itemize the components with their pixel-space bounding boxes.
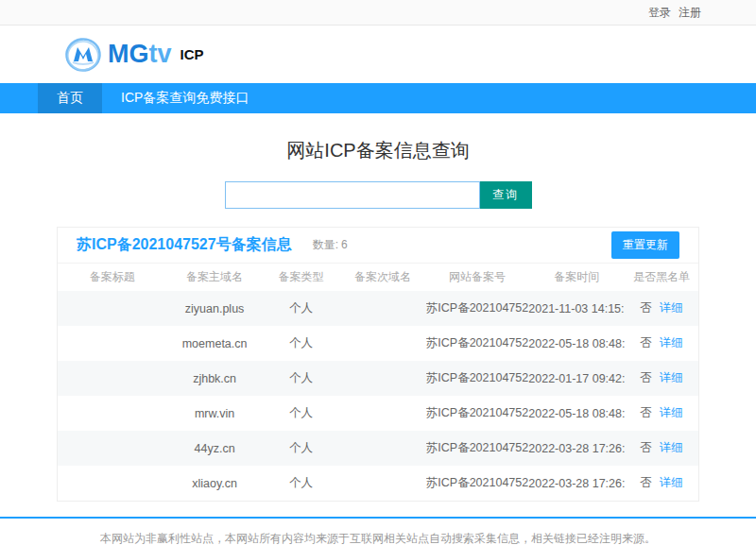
cell-domain: moemeta.cn: [166, 326, 263, 361]
cell-subdomain: [339, 396, 426, 431]
logo-wordmark: MGtv: [108, 40, 172, 69]
cell-domain: xliaoy.cn: [166, 466, 263, 501]
page-title: 网站ICP备案信息查询: [0, 138, 756, 163]
cell-subdomain: [339, 326, 426, 361]
cell-title: [58, 291, 166, 326]
cell-blacklist: 否详细: [625, 466, 698, 501]
blacklist-value: 否: [640, 441, 652, 454]
cell-blacklist: 否详细: [625, 291, 698, 326]
cell-subdomain: [339, 431, 426, 466]
cell-domain: mrw.vin: [166, 396, 263, 431]
cell-icp_no: 苏ICP备2021047527号-7: [426, 431, 528, 466]
cell-blacklist: 否详细: [625, 396, 698, 431]
cell-title: [58, 431, 166, 466]
cell-domain: 44yz.cn: [166, 431, 263, 466]
login-link[interactable]: 登录: [648, 5, 671, 21]
logo-suffix: ICP: [180, 46, 204, 62]
cell-title: [58, 361, 166, 396]
cell-blacklist: 否详细: [625, 431, 698, 466]
table-row: moemeta.cn个人苏ICP备2021047527号-102022-05-1…: [58, 326, 698, 361]
reset-refresh-button[interactable]: 重置更新: [611, 231, 679, 259]
cell-subdomain: [339, 466, 426, 501]
cell-blacklist: 否详细: [625, 361, 698, 396]
table-row: mrw.vin个人苏ICP备2021047527号-82022-05-18 08…: [58, 396, 698, 431]
table-row: xliaoy.cn个人苏ICP备2021047527号-62022-03-28 …: [58, 466, 698, 501]
cell-time: 2022-01-17 09:42:17: [528, 361, 625, 396]
col-domain: 备案主域名: [166, 264, 263, 291]
table-body: ziyuan.plus个人苏ICP备2021047527号-12021-11-0…: [58, 291, 698, 501]
col-type: 备案类型: [263, 264, 339, 291]
topbar: 登录 注册: [0, 0, 756, 26]
table-row: 44yz.cn个人苏ICP备2021047527号-72022-03-28 17…: [58, 431, 698, 466]
table-row: ziyuan.plus个人苏ICP备2021047527号-12021-11-0…: [58, 291, 698, 326]
blacklist-value: 否: [640, 371, 652, 384]
cell-subdomain: [339, 291, 426, 326]
detail-link[interactable]: 详细: [660, 371, 683, 384]
cell-icp_no: 苏ICP备2021047527号-1: [426, 291, 528, 326]
cell-time: 2022-03-28 17:26:34: [528, 431, 625, 466]
cell-time: 2022-05-18 08:48:15: [528, 396, 625, 431]
panel-title: 苏ICP备2021047527号备案信息: [77, 235, 292, 255]
col-blacklist: 是否黑名单: [625, 264, 698, 291]
cell-icp_no: 苏ICP备2021047527号-2: [426, 361, 528, 396]
blacklist-value: 否: [640, 476, 652, 489]
cell-time: 2022-03-28 17:26:33: [528, 466, 625, 501]
detail-link[interactable]: 详细: [660, 476, 683, 489]
search-input[interactable]: [225, 181, 480, 209]
icp-table: 备案标题 备案主域名 备案类型 备案次域名 网站备案号 备案时间 是否黑名单 z…: [58, 264, 698, 501]
cell-type: 个人: [263, 466, 339, 501]
page: 登录 注册 MGtv ICP 首页 ICP备案查询免费接口 网站ICP备案信息查…: [0, 0, 756, 545]
logo-header: MGtv ICP: [0, 26, 756, 83]
cell-icp_no: 苏ICP备2021047527号-6: [426, 466, 528, 501]
footer-text: 本网站为非赢利性站点，本网站所有内容均来源于互联网相关站点自动搜索采集信息，相关…: [0, 519, 756, 545]
cell-subdomain: [339, 361, 426, 396]
cell-type: 个人: [263, 361, 339, 396]
col-subdomain: 备案次域名: [339, 264, 426, 291]
col-time: 备案时间: [528, 264, 625, 291]
nav-item-home[interactable]: 首页: [38, 83, 102, 113]
count-label: 数量:: [313, 238, 338, 251]
search-bar: 查询: [0, 181, 756, 209]
count-value: 6: [341, 238, 348, 251]
blacklist-value: 否: [640, 336, 652, 349]
blacklist-value: 否: [640, 301, 652, 315]
table-head: 备案标题 备案主域名 备案类型 备案次域名 网站备案号 备案时间 是否黑名单: [58, 264, 698, 291]
result-panel: 苏ICP备2021047527号备案信息 数量:6 重置更新 备案标题 备案主域…: [57, 227, 699, 502]
cell-type: 个人: [263, 396, 339, 431]
register-link[interactable]: 注册: [679, 5, 701, 21]
col-title: 备案标题: [58, 264, 166, 291]
detail-link[interactable]: 详细: [660, 336, 683, 349]
detail-link[interactable]: 详细: [660, 301, 683, 315]
cell-time: 2021-11-03 14:15:11: [528, 291, 625, 326]
detail-link[interactable]: 详细: [660, 406, 683, 419]
cell-icp_no: 苏ICP备2021047527号-8: [426, 396, 528, 431]
cell-type: 个人: [263, 431, 339, 466]
cell-domain: ziyuan.plus: [166, 291, 263, 326]
cell-icp_no: 苏ICP备2021047527号-10: [426, 326, 528, 361]
cell-title: [58, 326, 166, 361]
cell-type: 个人: [263, 326, 339, 361]
footer: 本网站为非赢利性站点，本网站所有内容均来源于互联网相关站点自动搜索采集信息，相关…: [0, 517, 756, 545]
cell-title: [58, 396, 166, 431]
table-row: zjhbk.cn个人苏ICP备2021047527号-22022-01-17 0…: [58, 361, 698, 396]
logo-tv: tv: [149, 40, 172, 68]
panel-header: 苏ICP备2021047527号备案信息 数量:6 重置更新: [58, 228, 698, 264]
detail-link[interactable]: 详细: [660, 441, 683, 454]
logo-mg: MG: [108, 40, 149, 68]
query-button[interactable]: 查询: [480, 181, 532, 209]
cell-time: 2022-05-18 08:48:17: [528, 326, 625, 361]
col-icp-no: 网站备案号: [426, 264, 528, 291]
mgtv-logo-icon: [64, 36, 102, 74]
nav-item-api[interactable]: ICP备案查询免费接口: [102, 83, 267, 113]
blacklist-value: 否: [640, 406, 652, 419]
cell-type: 个人: [263, 291, 339, 326]
cell-title: [58, 466, 166, 501]
cell-blacklist: 否详细: [625, 326, 698, 361]
cell-domain: zjhbk.cn: [166, 361, 263, 396]
main-nav: 首页 ICP备案查询免费接口: [0, 83, 756, 113]
result-count: 数量:6: [313, 237, 348, 253]
